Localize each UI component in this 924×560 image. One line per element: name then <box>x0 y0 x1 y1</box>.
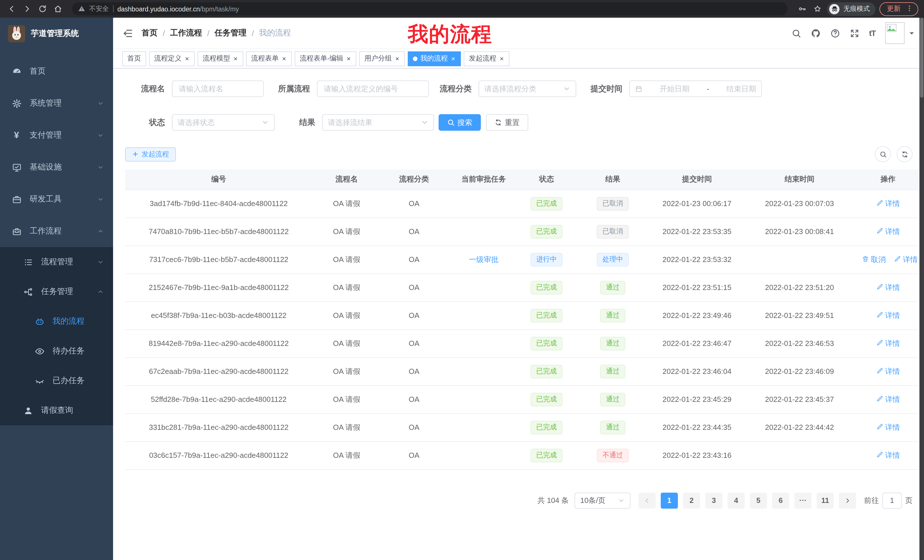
goto-page-input[interactable] <box>882 493 902 508</box>
page-button-2[interactable]: 2 <box>683 493 700 508</box>
reload-icon[interactable] <box>36 3 48 15</box>
close-icon[interactable]: × <box>346 54 351 63</box>
page-button-5[interactable]: 5 <box>750 493 767 508</box>
close-icon[interactable]: × <box>499 54 504 63</box>
password-key-icon[interactable] <box>796 3 807 15</box>
update-button[interactable]: 更新 <box>879 2 918 16</box>
prev-page-button[interactable] <box>639 493 656 508</box>
date-start-placeholder[interactable]: 开始日期 <box>660 84 689 94</box>
detail-action[interactable]: 详情 <box>876 394 900 404</box>
detail-action[interactable]: 详情 <box>876 310 900 320</box>
sidebar-item-8[interactable]: 我的流程 <box>0 307 113 336</box>
sidebar-item-6[interactable]: 流程管理 <box>0 247 113 277</box>
refresh-table-button[interactable] <box>897 146 913 162</box>
address-bar[interactable]: 不安全 dashboard.yudao.iocoder.cn/bpm/task/… <box>72 2 788 15</box>
sidebar-item-2[interactable]: ¥支付管理 <box>0 119 113 151</box>
tab-0[interactable]: 首页 <box>122 51 146 66</box>
sidebar-item-5[interactable]: 工作流程 <box>0 215 113 247</box>
page-button-1[interactable]: 1 <box>661 493 678 508</box>
breadcrumb-item[interactable]: 首页 <box>142 28 158 38</box>
status-badge: 已完成 <box>531 421 562 434</box>
cell-result: 通过 <box>573 329 653 357</box>
detail-action[interactable]: 详情 <box>894 254 918 265</box>
help-icon[interactable] <box>830 28 840 38</box>
tab-6[interactable]: 我的流程 × <box>408 51 461 66</box>
search-icon[interactable] <box>792 28 801 38</box>
close-icon[interactable]: × <box>282 54 286 63</box>
tab-1[interactable]: 流程定义 × <box>149 51 195 66</box>
forward-icon[interactable] <box>21 3 33 15</box>
home-icon[interactable] <box>52 3 63 15</box>
status-select[interactable]: 请选择状态 <box>172 114 274 131</box>
github-icon[interactable] <box>811 28 820 38</box>
close-icon[interactable]: × <box>233 54 238 63</box>
back-icon[interactable] <box>6 3 17 15</box>
cancel-action[interactable]: 取消 <box>862 254 886 265</box>
tab-4[interactable]: 流程表单-编辑 × <box>295 51 356 66</box>
sidebar-item-1[interactable]: 系统管理 <box>0 87 113 119</box>
caret-down-icon[interactable] <box>909 30 915 36</box>
show-search-button[interactable] <box>875 146 891 162</box>
browser-scrollbar[interactable] <box>920 18 924 560</box>
close-icon[interactable]: × <box>451 54 456 63</box>
page-button-6[interactable]: 6 <box>772 493 789 508</box>
create-process-button[interactable]: 发起流程 <box>125 147 176 161</box>
detail-action[interactable]: 详情 <box>876 366 900 376</box>
sidebar-item-10[interactable]: 已办任务 <box>0 366 113 395</box>
security-label[interactable]: 不安全 <box>89 4 109 13</box>
detail-action[interactable]: 详情 <box>876 226 900 237</box>
breadcrumb-item[interactable]: 任务管理 <box>215 28 247 38</box>
result-badge: 已取消 <box>597 197 629 210</box>
sidebar-item-4[interactable]: 研发工具 <box>0 183 113 215</box>
sidebar-item-label: 支付管理 <box>30 130 62 141</box>
page-button-11[interactable]: 11 <box>817 493 834 508</box>
update-label[interactable]: 更新 <box>887 4 901 14</box>
user-avatar[interactable] <box>885 22 915 44</box>
tab-5[interactable]: 用户分组 × <box>359 51 405 66</box>
detail-action[interactable]: 详情 <box>876 198 900 209</box>
bookmark-star-icon[interactable] <box>812 3 823 15</box>
more-pages-button[interactable]: ··· <box>794 493 812 508</box>
font-size-icon[interactable]: tT <box>869 28 876 38</box>
goto-page: 前往 页 <box>864 493 913 508</box>
scrollbar-thumb[interactable] <box>920 18 923 97</box>
reset-button[interactable]: 重置 <box>486 114 528 131</box>
page-size-select[interactable]: 10条/页 <box>574 493 630 508</box>
date-end-placeholder[interactable]: 结束日期 <box>726 84 756 94</box>
result-badge: 处理中 <box>597 253 629 266</box>
close-icon[interactable]: × <box>394 54 400 63</box>
app-logo[interactable]: 芋道管理系统 <box>0 18 113 49</box>
tab-7[interactable]: 发起流程 × <box>464 51 509 66</box>
close-icon[interactable]: × <box>184 54 190 63</box>
hamburger-icon[interactable] <box>122 28 133 39</box>
url-text[interactable]: dashboard.yudao.iocoder.cn/bpm/task/my <box>117 5 239 12</box>
sidebar-item-0[interactable]: 首页 <box>0 55 113 87</box>
sidebar-item-9[interactable]: 待办任务 <box>0 336 113 366</box>
task-link[interactable]: 一级审批 <box>469 255 498 264</box>
breadcrumb-item[interactable]: 工作流程 <box>170 28 202 38</box>
tab-3[interactable]: 流程表单 × <box>246 51 292 66</box>
category-select[interactable]: 请选择流程分类 <box>478 81 576 97</box>
sidebar-item-11[interactable]: 请假查询 <box>0 395 113 425</box>
cell-status: 已完成 <box>520 190 573 217</box>
page-button-4[interactable]: 4 <box>728 493 745 508</box>
table-row: 331bc281-7b9a-11ec-a290-acde48001122 OA … <box>125 413 918 441</box>
kebab-menu-icon[interactable] <box>906 4 913 13</box>
date-range-picker[interactable]: 开始日期 - 结束日期 <box>629 81 762 97</box>
cell-actions: 详情 <box>858 217 918 246</box>
detail-action[interactable]: 详情 <box>876 422 900 433</box>
search-button[interactable]: 搜索 <box>439 114 481 131</box>
definition-input[interactable] <box>317 81 429 97</box>
detail-action[interactable]: 详情 <box>876 282 900 293</box>
tab-2[interactable]: 流程模型 × <box>198 51 243 66</box>
next-page-button[interactable] <box>839 493 856 508</box>
detail-action[interactable]: 详情 <box>876 338 900 349</box>
fullscreen-icon[interactable] <box>850 28 860 38</box>
page-button-3[interactable]: 3 <box>705 493 722 508</box>
name-input[interactable] <box>172 81 264 97</box>
sidebar-item-7[interactable]: 任务管理 <box>0 277 113 307</box>
result-select[interactable]: 请选择流结果 <box>322 114 434 131</box>
sidebar-item-3[interactable]: 基础设施 <box>0 151 113 183</box>
detail-action[interactable]: 详情 <box>876 450 900 460</box>
breadcrumb-separator: / <box>252 28 254 38</box>
